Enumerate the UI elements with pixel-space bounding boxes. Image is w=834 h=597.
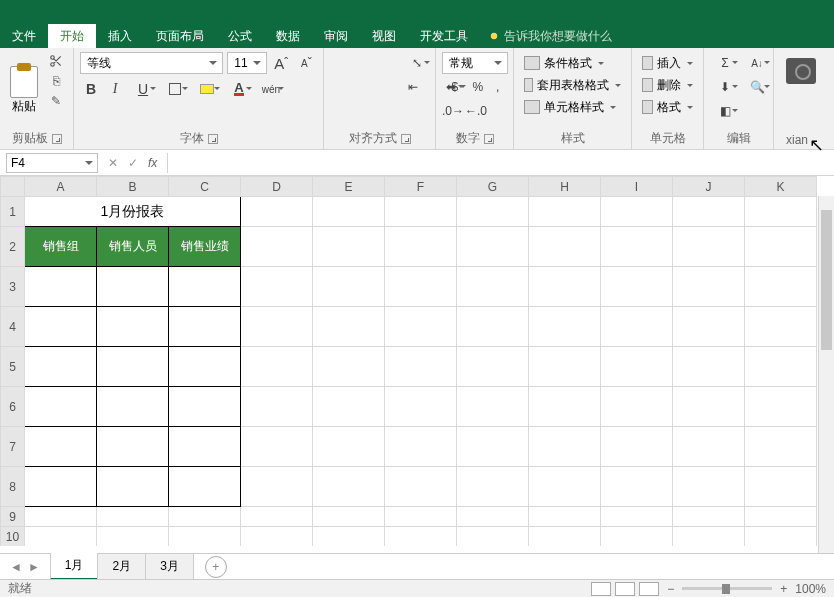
cancel-formula-button[interactable]: ✕ (108, 156, 118, 170)
cut-button[interactable] (46, 52, 66, 70)
orientation-button[interactable]: ⤡ (402, 52, 432, 74)
conditional-format-button[interactable]: 条件格式 (520, 52, 625, 74)
vertical-scrollbar[interactable] (818, 196, 834, 553)
name-box[interactable]: F4 (6, 153, 98, 173)
row-header[interactable]: 7 (1, 427, 25, 467)
menu-file[interactable]: 文件 (0, 24, 48, 48)
col-header[interactable]: I (601, 177, 673, 197)
scrollbar-thumb[interactable] (821, 210, 832, 350)
comma-button[interactable]: , (488, 76, 507, 98)
enter-formula-button[interactable]: ✓ (128, 156, 138, 170)
cell-header[interactable]: 销售业绩 (169, 227, 241, 267)
zoom-thumb[interactable] (722, 584, 730, 594)
decrease-indent-button[interactable]: ⇤ (402, 76, 424, 98)
align-left-button[interactable] (330, 73, 352, 95)
row-header[interactable]: 3 (1, 267, 25, 307)
align-center-button[interactable] (353, 73, 375, 95)
menu-view[interactable]: 视图 (360, 24, 408, 48)
spreadsheet-table[interactable]: A B C D E F G H I J K 1 1月份报表 2 销售组 销售人员… (0, 176, 817, 546)
select-all-corner[interactable] (1, 177, 25, 197)
font-color-button[interactable]: A (224, 78, 254, 100)
font-name-combo[interactable]: 等线 (80, 52, 223, 74)
formula-input[interactable] (167, 153, 834, 173)
clear-button[interactable]: ◧ (710, 100, 740, 122)
zoom-out-button[interactable]: − (667, 582, 674, 596)
menu-review[interactable]: 审阅 (312, 24, 360, 48)
sheet-tab-1[interactable]: 1月 (50, 553, 99, 580)
insert-cells-button[interactable]: 插入 (638, 52, 697, 74)
menu-formula[interactable]: 公式 (216, 24, 264, 48)
fill-color-button[interactable] (192, 78, 222, 100)
decrease-decimal-button[interactable]: ←.0 (465, 100, 487, 122)
align-middle-button[interactable] (353, 52, 375, 74)
cell-style-button[interactable]: 单元格样式 (520, 96, 625, 118)
paste-button[interactable]: 粘贴 (6, 52, 42, 128)
sheet-tab-2[interactable]: 2月 (97, 554, 146, 580)
row-header[interactable]: 2 (1, 227, 25, 267)
zoom-in-button[interactable]: + (780, 582, 787, 596)
row-header[interactable]: 1 (1, 197, 25, 227)
col-header[interactable]: C (169, 177, 241, 197)
phonetic-button[interactable]: wén (256, 78, 286, 100)
number-format-combo[interactable]: 常规 (442, 52, 508, 74)
col-header[interactable]: F (385, 177, 457, 197)
zoom-slider[interactable] (682, 587, 772, 590)
row-header[interactable]: 5 (1, 347, 25, 387)
row-header[interactable]: 4 (1, 307, 25, 347)
col-header[interactable]: D (241, 177, 313, 197)
tab-prev-button[interactable]: ◄ (8, 558, 24, 576)
view-layout-button[interactable] (615, 582, 635, 596)
camera-icon[interactable] (786, 58, 816, 84)
tell-me[interactable]: 告诉我你想要做什么 (488, 28, 612, 45)
sort-filter-button[interactable]: A↓ (742, 52, 772, 74)
zoom-value[interactable]: 100% (795, 582, 826, 596)
col-header[interactable]: J (673, 177, 745, 197)
cell-title[interactable]: 1月份报表 (25, 197, 241, 227)
fill-button[interactable]: ⬇ (710, 76, 740, 98)
row-header[interactable]: 8 (1, 467, 25, 507)
view-normal-button[interactable] (591, 582, 611, 596)
row-header[interactable]: 10 (1, 527, 25, 547)
col-header[interactable]: H (529, 177, 601, 197)
view-break-button[interactable] (639, 582, 659, 596)
underline-button[interactable]: U (128, 78, 158, 100)
menu-home[interactable]: 开始 (48, 24, 96, 48)
dialog-launcher-icon[interactable] (52, 134, 62, 144)
menu-dev[interactable]: 开发工具 (408, 24, 480, 48)
row-header[interactable]: 6 (1, 387, 25, 427)
menu-data[interactable]: 数据 (264, 24, 312, 48)
find-button[interactable]: 🔍 (742, 76, 772, 98)
increase-decimal-button[interactable]: .0→ (442, 100, 464, 122)
bold-button[interactable]: B (80, 78, 102, 100)
format-cells-button[interactable]: 格式 (638, 96, 697, 118)
new-sheet-button[interactable]: + (205, 556, 227, 578)
copy-button[interactable]: ⎘ (46, 72, 66, 90)
col-header[interactable]: B (97, 177, 169, 197)
align-bottom-button[interactable] (376, 52, 398, 74)
font-size-combo[interactable]: 11 (227, 52, 266, 74)
cell-header[interactable]: 销售组 (25, 227, 97, 267)
col-header[interactable]: K (745, 177, 817, 197)
menu-insert[interactable]: 插入 (96, 24, 144, 48)
dialog-launcher-icon[interactable] (208, 134, 218, 144)
align-top-button[interactable] (330, 52, 352, 74)
grow-font-button[interactable]: Aˆ (271, 52, 292, 74)
menu-layout[interactable]: 页面布局 (144, 24, 216, 48)
col-header[interactable]: A (25, 177, 97, 197)
cell-header[interactable]: 销售人员 (97, 227, 169, 267)
border-button[interactable] (160, 78, 190, 100)
table-format-button[interactable]: 套用表格格式 (520, 74, 625, 96)
col-header[interactable]: G (457, 177, 529, 197)
italic-button[interactable]: I (104, 78, 126, 100)
col-header[interactable]: E (313, 177, 385, 197)
percent-button[interactable]: % (469, 76, 488, 98)
dialog-launcher-icon[interactable] (484, 134, 494, 144)
autosum-button[interactable]: Σ (710, 52, 740, 74)
align-right-button[interactable] (376, 73, 398, 95)
delete-cells-button[interactable]: 删除 (638, 74, 697, 96)
shrink-font-button[interactable]: Aˇ (296, 52, 317, 74)
sheet-tab-3[interactable]: 3月 (145, 554, 194, 580)
fx-button[interactable]: fx (148, 156, 157, 170)
row-header[interactable]: 9 (1, 507, 25, 527)
dialog-launcher-icon[interactable] (401, 134, 411, 144)
